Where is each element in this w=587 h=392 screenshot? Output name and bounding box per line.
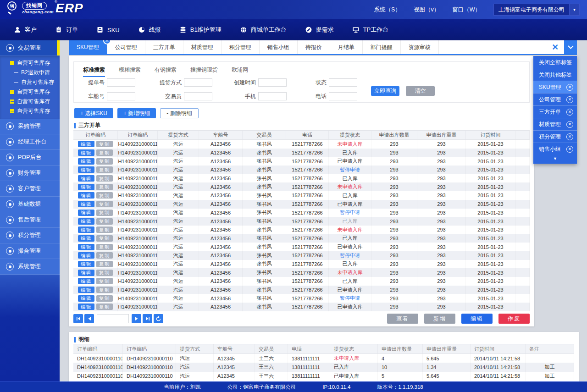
sidebar-item-交易管理[interactable]: 交易管理 (0, 40, 60, 56)
table-row[interactable]: 编辑复制DH14092310000110汽运A123456张书风15217787… (73, 277, 530, 286)
close-tabs-icon[interactable]: ✕ (546, 40, 564, 54)
row-copy-button[interactable]: 复制 (96, 192, 113, 199)
table-row[interactable]: 编辑复制DH14092310000110汽运A123456张书风15217787… (73, 251, 530, 260)
dropdown-tab-公司管理[interactable]: 公司管理✕ (533, 93, 577, 105)
row-edit-button[interactable]: 编辑 (78, 184, 94, 190)
field-input-交易员[interactable] (184, 92, 212, 100)
field-input-状态[interactable] (329, 78, 357, 87)
nav-item-战报[interactable]: 战报 (138, 26, 161, 34)
row-copy-button[interactable]: 复制 (96, 158, 113, 165)
search-tab-标准搜索[interactable]: 标准搜索 (83, 66, 105, 77)
row-edit-button[interactable]: 编辑 (78, 158, 94, 165)
caret-down-icon[interactable]: ▼ (533, 155, 577, 163)
field-input-车船号[interactable] (107, 92, 135, 100)
sidebar-subitem-自营可售库存[interactable]: 自营可售库存 (0, 87, 60, 97)
dropdown-tab-三方开单[interactable]: 三方开单✕ (533, 105, 577, 118)
refresh-icon[interactable] (154, 314, 163, 323)
clear-button[interactable]: 清空 (406, 86, 435, 96)
row-copy-button[interactable]: 复制 (96, 184, 113, 190)
tab-SKU管理[interactable]: SKU管理✕ (69, 40, 107, 54)
table-row[interactable]: 编辑复制DH14092310000110汽运A123456张书风15217787… (73, 182, 530, 191)
tab-三方开单[interactable]: 三方开单 (145, 40, 183, 54)
table-row[interactable]: 编辑复制DH14092310000110汽运A123456张书风15217787… (73, 243, 530, 251)
sidebar-subitem-自营可售库存[interactable]: 自营可售库存 (0, 97, 60, 106)
sidebar-item-撮合管理[interactable]: 撮合管理 (0, 243, 60, 259)
tab-积分管理[interactable]: 积分管理 (222, 40, 260, 54)
remove-detail-button[interactable]: - 删除明细 (160, 108, 198, 118)
row-copy-button[interactable]: 复制 (96, 210, 113, 216)
tabs-dropdown-button[interactable] (564, 40, 577, 54)
row-copy-button[interactable]: 复制 (96, 149, 113, 156)
row-copy-button[interactable]: 复制 (96, 218, 113, 225)
tab-材质管理[interactable]: 材质管理 (183, 40, 222, 54)
select-sku-button[interactable]: + 选择SKU (74, 108, 113, 118)
row-edit-button[interactable]: 编辑 (78, 270, 94, 276)
company-select[interactable]: 上海钢富电子商务有限公司 ▼ (493, 4, 580, 16)
dropdown-tab-材质管理[interactable]: 材质管理✕ (533, 118, 577, 130)
table-row[interactable]: 编辑复制DH14092310000110汽运A123456张书风15217787… (73, 260, 530, 269)
sidebar-item-财务管理[interactable]: 财务管理 (0, 166, 60, 181)
detail-table-row[interactable]: DH14092310000110DH14092310000110汽运A12345… (73, 354, 574, 363)
row-copy-button[interactable]: 复制 (96, 261, 113, 267)
nav-item-商城单工作台[interactable]: 商城单工作台 (240, 26, 287, 34)
page-number-input[interactable] (97, 314, 129, 323)
row-copy-button[interactable]: 复制 (96, 287, 113, 293)
tab-销售小组[interactable]: 销售小组 (260, 40, 298, 54)
row-copy-button[interactable]: 复制 (96, 270, 113, 276)
dropdown-action-关闭全部标签[interactable]: 关闭全部标签 (533, 56, 577, 68)
row-edit-button[interactable]: 编辑 (78, 252, 94, 259)
nav-item-订单[interactable]: 订单 (55, 26, 78, 34)
新增-button[interactable]: 新增 (424, 314, 455, 324)
field-input-提单号[interactable] (107, 78, 135, 87)
row-edit-button[interactable]: 编辑 (78, 244, 94, 250)
detail-table-row[interactable]: DH14092310000110DH14092310000110汽运A12345… (73, 372, 574, 381)
last-page-button[interactable] (143, 314, 152, 323)
row-copy-button[interactable]: 复制 (96, 244, 113, 250)
tab-部门提醒[interactable]: 部门提醒 (363, 40, 401, 54)
sidebar-item-基础数据[interactable]: 基础数据 (0, 197, 60, 212)
row-copy-button[interactable]: 复制 (96, 226, 113, 233)
table-row[interactable]: 编辑复制DH14092310000110汽运A123456张书风15217787… (73, 226, 530, 234)
close-circle-icon[interactable]: ✕ (566, 109, 573, 116)
row-edit-button[interactable]: 编辑 (78, 201, 94, 207)
menu-window[interactable]: 窗口（W） (452, 6, 481, 14)
close-circle-icon[interactable]: ✕ (566, 121, 573, 128)
close-circle-icon[interactable]: ✕ (566, 96, 573, 103)
row-edit-button[interactable]: 编辑 (78, 235, 94, 242)
row-edit-button[interactable]: 编辑 (78, 278, 94, 284)
tab-资源审核[interactable]: 资源审核 (401, 40, 439, 54)
row-copy-button[interactable]: 复制 (96, 175, 113, 182)
dropdown-action-关闭其他标签[interactable]: 关闭其他标签 (533, 68, 577, 81)
nav-item-提需求[interactable]: 提需求 (305, 26, 334, 34)
sidebar-item-经理工作台[interactable]: 经理工作台 (0, 134, 60, 150)
row-edit-button[interactable]: 编辑 (78, 287, 94, 293)
sidebar-item-采购管理[interactable]: 采购管理 (0, 119, 60, 134)
table-row[interactable]: 编辑复制DH14092310000110汽运A123456张书风15217787… (73, 234, 530, 243)
first-page-button[interactable] (73, 314, 83, 323)
table-row[interactable]: 编辑复制DH14092310000110汽运A123456张书风15217787… (73, 174, 530, 183)
sidebar-item-系统管理[interactable]: 系统管理 (0, 259, 60, 275)
menu-view[interactable]: 视图（v） (414, 6, 439, 14)
dropdown-tab-SKU管理[interactable]: SKU管理✕ (533, 81, 577, 93)
tab-待报价[interactable]: 待报价 (298, 40, 330, 54)
row-edit-button[interactable]: 编辑 (78, 192, 94, 199)
field-input-电话[interactable] (329, 92, 357, 100)
nav-item-客户[interactable]: 客户 (14, 26, 37, 34)
table-row[interactable]: 编辑复制DH14092310000110汽运A123456张书风15217787… (73, 209, 530, 217)
row-edit-button[interactable]: 编辑 (78, 175, 94, 182)
table-row[interactable]: 编辑复制DH14092310000110汽运A123456张书风15217787… (73, 191, 530, 200)
close-circle-icon[interactable]: ✕ (566, 133, 573, 140)
sidebar-item-售后管理[interactable]: 售后管理 (0, 212, 60, 228)
sidebar-subitem-自营可售库存[interactable]: 自营可售库存 (0, 58, 60, 68)
row-copy-button[interactable]: 复制 (96, 304, 113, 310)
menu-system[interactable]: 系统（S） (374, 6, 401, 14)
row-copy-button[interactable]: 复制 (96, 141, 113, 147)
row-copy-button[interactable]: 复制 (96, 235, 113, 242)
field-input-提货方式[interactable] (184, 78, 212, 87)
nav-item-SKU[interactable]: SKU (96, 26, 120, 33)
nav-item-B1维护管理[interactable]: B1维护管理 (179, 26, 222, 34)
prev-page-button[interactable] (84, 314, 94, 323)
sidebar-item-客户管理[interactable]: 客户管理 (0, 181, 60, 197)
sidebar-item-POP后台[interactable]: POP后台 (0, 150, 60, 166)
table-row[interactable]: 编辑复制DH14092310000110汽运A123456张书风15217787… (73, 268, 530, 277)
